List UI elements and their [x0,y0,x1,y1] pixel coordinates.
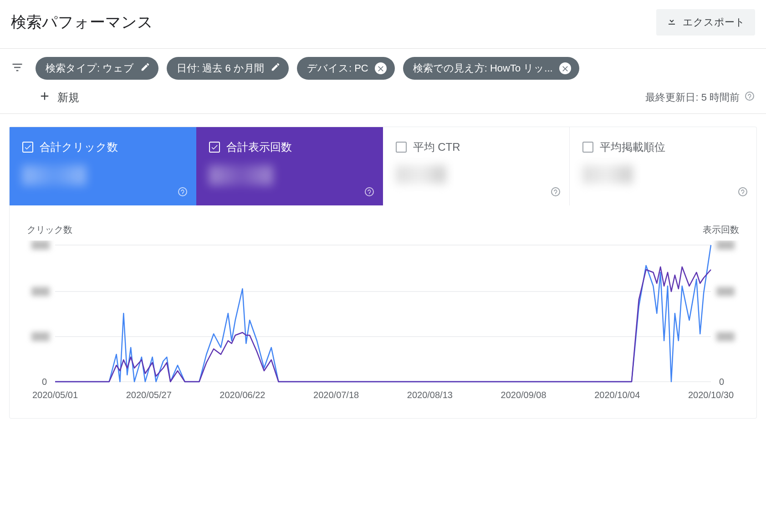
close-icon[interactable] [375,62,387,74]
svg-text:2020/07/18: 2020/07/18 [313,390,359,400]
svg-text:2020/10/30: 2020/10/30 [688,390,734,400]
svg-rect-11 [716,240,735,250]
left-axis-title: クリック数 [27,224,72,236]
metric-value-redacted [209,165,273,185]
svg-rect-4 [31,332,50,341]
filter-chip-date[interactable]: 日付: 過去 6 か月間 [167,57,289,80]
metric-label: 合計クリック数 [40,140,118,154]
svg-text:2020/09/08: 2020/09/08 [501,390,546,400]
performance-panel: 合計クリック数 合計表示回数 平均 CTR [9,127,757,419]
checkbox-unchecked-icon [582,142,593,153]
svg-text:2020/05/01: 2020/05/01 [32,390,78,400]
metric-label: 平均 CTR [413,140,460,154]
right-axis-title: 表示回数 [703,224,739,236]
help-icon[interactable] [550,186,561,199]
svg-text:0: 0 [719,377,724,387]
metric-value-redacted [582,165,633,184]
svg-text:0: 0 [42,377,47,387]
metric-card-ctr[interactable]: 平均 CTR [383,127,570,205]
svg-rect-7 [31,287,50,296]
help-icon[interactable] [364,186,375,199]
metric-card-impressions[interactable]: 合計表示回数 [196,127,383,205]
metric-card-position[interactable]: 平均掲載順位 [570,127,756,205]
svg-rect-10 [31,240,50,250]
svg-text:2020/10/04: 2020/10/04 [594,390,640,400]
svg-text:2020/08/13: 2020/08/13 [407,390,453,400]
add-filter-button[interactable]: 新規 [38,90,79,105]
chip-label: デバイス: PC [307,61,368,75]
chip-label: 検索での見え方: HowTo リッ... [413,61,553,75]
chip-label: 検索タイプ: ウェブ [46,61,134,75]
metric-label: 合計表示回数 [226,140,292,154]
svg-text:2020/06/22: 2020/06/22 [220,390,265,400]
svg-text:2020/05/27: 2020/05/27 [126,390,172,400]
export-button[interactable]: エクスポート [656,9,755,36]
performance-chart: 002020/05/012020/05/272020/06/222020/07/… [23,240,743,404]
help-icon[interactable] [737,186,748,199]
checkbox-checked-icon [209,142,220,153]
filter-icon[interactable] [11,61,27,76]
add-filter-label: 新規 [57,90,79,105]
metric-card-clicks[interactable]: 合計クリック数 [10,127,196,205]
checkbox-checked-icon [22,142,33,153]
svg-rect-5 [716,332,735,341]
metric-cards: 合計クリック数 合計表示回数 平均 CTR [10,127,756,205]
svg-rect-8 [716,287,735,296]
help-icon[interactable] [744,91,755,104]
export-label: エクスポート [683,15,745,29]
page-title: 検索パフォーマンス [11,12,153,33]
last-update-text: 最終更新日: 5 時間前 [645,91,740,104]
help-icon[interactable] [177,186,188,199]
last-update: 最終更新日: 5 時間前 [645,91,755,104]
pencil-icon[interactable] [271,62,281,75]
close-icon[interactable] [559,62,571,74]
filter-chip-appearance[interactable]: 検索での見え方: HowTo リッ... [403,57,579,80]
plus-icon [38,90,51,105]
download-icon [666,15,677,29]
metric-label: 平均掲載順位 [600,140,665,154]
checkbox-unchecked-icon [396,142,407,153]
filter-chip-search-type[interactable]: 検索タイプ: ウェブ [36,57,158,80]
pencil-icon[interactable] [140,62,150,75]
chip-label: 日付: 過去 6 か月間 [177,61,264,75]
filter-chip-device[interactable]: デバイス: PC [297,57,395,80]
metric-value-redacted [396,165,446,184]
metric-value-redacted [22,165,86,185]
